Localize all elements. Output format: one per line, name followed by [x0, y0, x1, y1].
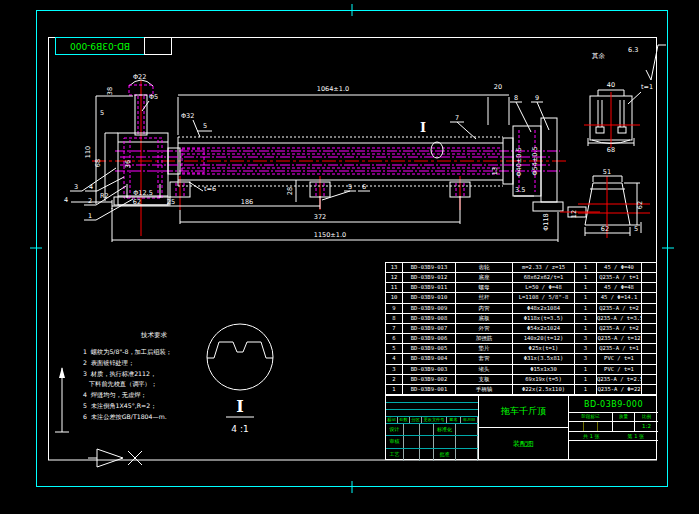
bom-name: 堵头	[456, 365, 513, 374]
bom-code: BD-03B9-001	[403, 385, 456, 394]
dim-5a: 5	[100, 109, 104, 117]
bom-code: BD-03B9-002	[403, 375, 456, 384]
note-line: 3 材质，执行标准2112，	[83, 369, 225, 380]
balloon-8: 8	[514, 94, 518, 102]
bom-name: 手柄轴	[456, 385, 513, 394]
bom-spec: L=50 / Φ=48	[513, 283, 575, 292]
bom-name: 支板	[456, 375, 513, 384]
bom-row: 8 BD-03B9-008 底板 Φ118x(t=3.5) 1 Q235-A /…	[386, 314, 656, 324]
bom-material: Q235-A / Φ=22	[597, 385, 642, 394]
bom-qty: 1	[575, 293, 597, 302]
bom-qty: 1	[575, 273, 597, 282]
dim-5b: 5	[203, 122, 207, 130]
revision-empty-row	[386, 396, 478, 403]
bom-name: 套管	[456, 354, 513, 363]
bom-row: 4 BD-03B9-004 套管 Φ31x(3.5x81) 3 PVC / t=…	[386, 354, 656, 364]
bom-row: 9 BD-03B9-009 内管 Φ48x2x1084 1 Q235-A / t…	[386, 304, 656, 314]
bom-material: Q235-A / t=1	[597, 344, 642, 353]
balloon-2: 2	[88, 197, 92, 205]
bom-row: 5 BD-03B9-005 垫片 Φ25x(t=1) 3 Q235-A / t=…	[386, 344, 656, 354]
revision-empty-row	[386, 410, 478, 417]
detail-caption-scale: 4 :1	[231, 424, 248, 434]
bom-qty: 1	[575, 365, 597, 374]
roughness-note: 其余 6.3	[591, 45, 666, 80]
dim-t6: t=6	[204, 185, 216, 193]
sig-cell	[420, 449, 434, 461]
revision-header-row: 标记处数分区更改文件号签名年月日	[386, 417, 478, 424]
bom-name: 齿轮	[456, 263, 513, 272]
bom-row: 1 BD-03B9-001 手柄轴 Φ22x(2.5x110) 1 Q235-A…	[386, 385, 656, 394]
sig-label-left: 审核	[386, 436, 404, 447]
bom-no: 5	[386, 344, 403, 353]
aux-view-top: 40 t=1 68	[584, 81, 653, 154]
stage-label: 阶段标记	[569, 413, 613, 421]
bom-name: 内管	[456, 304, 513, 313]
bom-spec: L=1108 / 5/8"-8	[513, 293, 575, 302]
balloon-1: 1	[88, 212, 92, 220]
dim-phi125: Φ12.5	[133, 189, 153, 197]
sig-cell	[404, 449, 420, 461]
dim-phi32: Φ32	[181, 112, 194, 120]
bom-no: 11	[386, 283, 403, 292]
weight-label: 质量	[613, 413, 635, 421]
bom-code: BD-03B9-003	[403, 365, 456, 374]
sig-cell	[456, 436, 478, 447]
dim-186: 186	[241, 198, 253, 206]
bom-row: 7 BD-03B9-007 外管 Φ54x2x1024 1 Q235-A / t…	[386, 324, 656, 334]
bom-name: 加强筋	[456, 334, 513, 343]
bom-qty: 1	[575, 375, 597, 384]
dim-4: 4	[64, 196, 68, 204]
bom-remark	[642, 385, 656, 394]
bom-spec: 140x20(t=12)	[513, 334, 575, 343]
note-line: 6 未注公差按GB/T1804—m.	[83, 412, 225, 423]
sig-cell	[404, 424, 420, 435]
signature-row: 审核	[386, 436, 478, 448]
notes-title: 技术要求	[83, 331, 225, 340]
bom-remark	[642, 334, 656, 343]
bom-spec: Φ48x2x1084	[513, 304, 575, 313]
sig-cell	[420, 424, 434, 435]
balloon-5: 5	[348, 183, 352, 191]
bom-no: 12	[386, 273, 403, 282]
sig-cell	[456, 424, 478, 435]
dim-25: 25	[167, 198, 175, 206]
dim-12: 12	[570, 210, 578, 218]
bom-qty: 1	[575, 263, 597, 272]
bom-remark	[642, 375, 656, 384]
info-values: 1:2	[569, 422, 658, 432]
sheet-type: 装配图	[479, 428, 568, 460]
dim-110: 110	[84, 146, 92, 158]
dim-51: 51	[603, 168, 611, 176]
arrow-icon	[59, 367, 65, 378]
bom-qty: 3	[575, 344, 597, 353]
bom-code: BD-03B9-005	[403, 344, 456, 353]
bom-code: BD-03B9-010	[403, 293, 456, 302]
bom-spec: Φ25x(t=1)	[513, 344, 575, 353]
bom-no: 10	[386, 293, 403, 302]
cad-drawing-canvas[interactable]: BD-03B9-000 其余 6.3	[0, 0, 699, 514]
bom-code: BD-03B9-006	[403, 334, 456, 343]
dim-5c: 5	[634, 225, 638, 233]
balloon-3: 3	[74, 183, 78, 191]
dim-62r: 62	[636, 201, 644, 209]
drawing-number-mirrored: BD-03B9-000	[70, 41, 130, 51]
dim-phi40: Φ40±0.5	[515, 147, 523, 176]
bom-no: 13	[386, 263, 403, 272]
bom-name: 垫片	[456, 344, 513, 353]
dim-phi5: Φ5	[149, 93, 158, 101]
signature-row: 工艺 批准	[386, 449, 478, 461]
dim-372: 372	[314, 213, 326, 221]
dim-38: 38	[106, 87, 114, 95]
bom-material: Q235-A / t=2	[597, 324, 642, 333]
bom-remark	[642, 365, 656, 374]
bom-qty: 3	[575, 334, 597, 343]
signature-rows: 设计 标准化 审核 工艺	[386, 424, 478, 461]
bom-remark	[642, 293, 656, 302]
roughness-prefix: 其余	[591, 52, 606, 60]
bom-spec: Φ22x(2.5x110)	[513, 385, 575, 394]
dim-40: 40	[607, 81, 615, 89]
weight-value	[613, 422, 635, 431]
bom-material: PVC / t=1	[597, 354, 642, 363]
sig-cell	[420, 436, 434, 447]
bom-code: BD-03B9-012	[403, 273, 456, 282]
